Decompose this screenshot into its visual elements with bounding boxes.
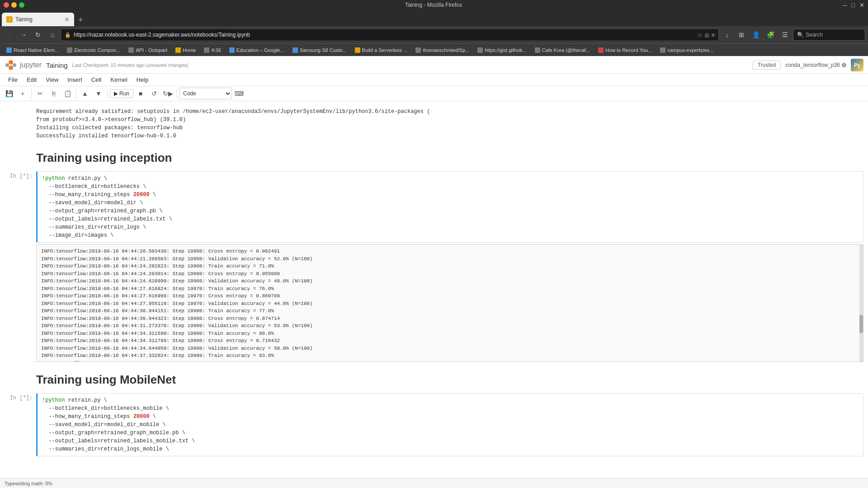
code-line-3: --how_many_training_steps 20000 \ — [42, 191, 859, 199]
bookmark-gist[interactable]: https://gist.github... — [474, 45, 530, 55]
move-down-button[interactable]: ▼ — [92, 88, 105, 99]
bookmark-home[interactable]: Home — [172, 45, 199, 55]
toolbar-separator — [31, 89, 32, 98]
reload-button[interactable]: ↻ — [32, 28, 44, 41]
cell-mobilenet-code: !python retrain.py \ --bottleneck_dir=bo… — [38, 394, 863, 456]
cell-mobilenet: In [*]: !python retrain.py \ --bottlenec… — [0, 393, 868, 456]
win-close-icon[interactable]: ✕ — [859, 2, 864, 9]
bookmark-electronic[interactable]: Electronic Compon... — [63, 45, 124, 55]
status-bar: Typesetting math: 0% — [0, 478, 868, 488]
cell-type-select[interactable]: Code Markdown Raw NBConvert — [179, 88, 232, 99]
back-button[interactable]: ← — [3, 28, 15, 41]
notebook-name[interactable]: Taining — [46, 61, 68, 69]
bookmark-favicon — [355, 47, 360, 53]
search-icon: 🔍 — [797, 32, 804, 38]
bookmark-favicon — [67, 47, 72, 53]
bookmark-favicon — [535, 47, 540, 53]
maximize-button[interactable] — [19, 2, 24, 8]
paste-button[interactable]: 📋 — [61, 88, 74, 99]
reader-mode-icon[interactable]: ≡ — [711, 32, 715, 38]
bookmark-api-octopart[interactable]: API - Octopart — [125, 45, 171, 55]
bookmark-favicon — [598, 47, 604, 53]
bookmark-favicon — [175, 47, 181, 53]
bookmark-how-to-record[interactable]: How to Record You... — [594, 45, 656, 55]
bookmark-samsung[interactable]: Samsung S8 Custo... — [289, 45, 350, 55]
pocket-icon[interactable]: ◎ — [704, 32, 709, 38]
run-button[interactable]: ▶ Run — [110, 89, 133, 98]
bookmark-label: Education – Google... — [236, 47, 284, 53]
bookmark-react-native[interactable]: React Native Elem... — [3, 45, 62, 55]
minimize-button[interactable] — [11, 2, 17, 8]
bookmark-campus-experts[interactable]: campus-experts/ex... — [656, 45, 717, 55]
home-button[interactable]: ⌂ — [46, 28, 59, 41]
cell-inception-content[interactable]: !python retrain.py \ --bottleneck_dir=bo… — [36, 171, 863, 243]
bookmark-label: Build a Serverless ... — [362, 47, 408, 53]
jupyter-menu: File Edit View Insert Cell Kernel Help — [0, 74, 868, 86]
install-output: Requirement already satisfied: setuptool… — [0, 106, 868, 142]
cell-inception-label: In [*]: — [5, 171, 36, 243]
menu-insert[interactable]: Insert — [63, 75, 87, 85]
copy-button[interactable]: ⎘ — [47, 88, 60, 99]
save-button[interactable]: 💾 — [3, 88, 15, 99]
mob-code-line-3: --how_many_training_steps 20000 \ — [42, 413, 859, 421]
restart-button[interactable]: ↺ — [148, 88, 160, 99]
code-line-5: --output_graph=retrained_graph.pb \ — [42, 207, 859, 215]
python-logo: Py — [851, 59, 863, 71]
code-line-6: --output_labels=retrained_labels.txt \ — [42, 215, 859, 223]
browser-tab-taining[interactable]: J Taining ✕ — [2, 13, 74, 26]
menu-cell[interactable]: Cell — [87, 75, 106, 85]
cell-inception: In [*]: !python retrain.py \ --bottlenec… — [0, 171, 868, 243]
add-cell-button[interactable]: + — [16, 88, 29, 99]
url-text: https://nazar.notebook.us-east-2.sagemak… — [74, 32, 694, 38]
bookmark-thomas[interactable]: thomasschmied/Sp... — [412, 45, 473, 55]
interrupt-button[interactable]: ■ — [134, 88, 147, 99]
new-tab-button[interactable]: + — [74, 14, 87, 26]
output-scrollthumb[interactable] — [859, 315, 863, 333]
install-line-2: from protobuf>=3.4.0->tensorflow_hub) (3… — [36, 116, 863, 124]
bookmark-label: Home — [183, 47, 196, 53]
output-box-content: INFO:tensorflow:2018-06-16 04:44:20.5034… — [37, 245, 863, 362]
jupyter-container: jupyter Taining Last Checkpoint: 15 minu… — [0, 56, 868, 488]
mob-code-line-2: --bottleneck_dir=bottlenecks_mobile \ — [42, 404, 859, 413]
bookmark-favicon — [292, 47, 298, 53]
tab-close-button[interactable]: ✕ — [64, 16, 70, 23]
menu-file[interactable]: File — [4, 75, 22, 85]
output-scrollbar[interactable] — [859, 245, 863, 361]
search-bar[interactable]: 🔍 Search — [793, 29, 865, 41]
keyboard-shortcuts-button[interactable]: ⌨ — [233, 88, 245, 99]
win-max-icon[interactable]: □ — [851, 2, 855, 9]
code-line-7: --summaries_dir=retrain_logs \ — [42, 223, 859, 231]
bookmark-favicon — [660, 47, 665, 53]
url-bar[interactable]: 🔒 https://nazar.notebook.us-east-2.sagem… — [61, 28, 719, 41]
forward-button[interactable]: → — [17, 28, 30, 41]
restart-run-button[interactable]: ↻▶ — [161, 88, 174, 99]
cell-inception-code: !python retrain.py \ --bottleneck_dir=bo… — [38, 172, 863, 242]
bookmark-serverless[interactable]: Build a Serverless ... — [351, 45, 411, 55]
bookmark-cafe-kora[interactable]: Cafe Kora (@thecaf... — [531, 45, 594, 55]
menu-edit[interactable]: Edit — [22, 75, 41, 85]
firefox-account-icon[interactable]: 👤 — [750, 28, 762, 41]
synced-tabs-icon[interactable]: ⊞ — [735, 28, 748, 41]
lock-icon: 🔒 — [65, 32, 71, 38]
win-min-icon[interactable]: ─ — [843, 2, 847, 9]
code-line-4: --saved_model_dir=model_dir \ — [42, 199, 859, 207]
move-up-button[interactable]: ▲ — [79, 88, 91, 99]
window-controls[interactable] — [4, 2, 24, 8]
window-title: Taining - Mozilla Firefox — [24, 2, 843, 8]
close-button[interactable] — [4, 2, 9, 8]
cut-button[interactable]: ✂ — [34, 88, 47, 99]
menu-help[interactable]: Help — [132, 75, 153, 85]
notebook-content[interactable]: Requirement already satisfied: setuptool… — [0, 101, 868, 488]
cell-mobilenet-content[interactable]: !python retrain.py \ --bottleneck_dir=bo… — [36, 393, 863, 456]
nav-right-controls: ↓ ⊞ 👤 🧩 ☰ — [721, 28, 791, 41]
bookmark-star-icon[interactable]: ☆ — [697, 32, 703, 38]
bookmark-time[interactable]: 4:36 — [200, 45, 224, 55]
trusted-button[interactable]: Trusted — [753, 61, 781, 70]
menu-view[interactable]: View — [41, 75, 63, 85]
downloads-icon[interactable]: ↓ — [721, 28, 733, 41]
bookmark-favicon — [204, 47, 209, 53]
menu-kernel[interactable]: Kernel — [106, 75, 132, 85]
bookmark-education[interactable]: Education – Google... — [226, 45, 288, 55]
menu-icon[interactable]: ☰ — [778, 28, 791, 41]
add-ons-icon[interactable]: 🧩 — [764, 28, 777, 41]
